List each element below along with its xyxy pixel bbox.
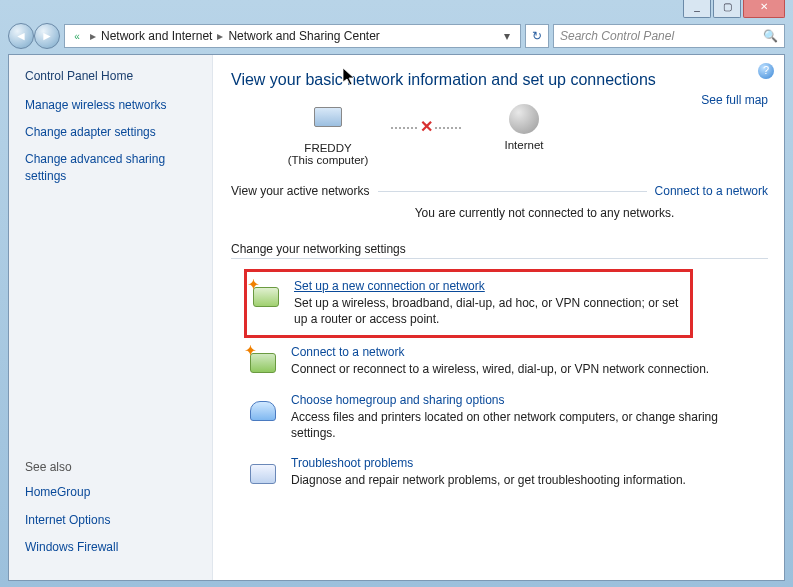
active-networks-row: View your active networks Connect to a n… xyxy=(231,184,768,198)
see-also-homegroup[interactable]: HomeGroup xyxy=(25,484,196,500)
search-input[interactable]: Search Control Panel 🔍 xyxy=(553,24,785,48)
content-area: Control Panel Home Manage wireless netwo… xyxy=(8,54,785,581)
page-title: View your basic network information and … xyxy=(231,71,768,89)
control-panel-home-link[interactable]: Control Panel Home xyxy=(25,69,196,83)
sidebar-link-adapter[interactable]: Change adapter settings xyxy=(25,124,196,140)
toolbar: ◄ ► « ▸ Network and Internet ▸ Network a… xyxy=(8,22,785,50)
breadcrumb[interactable]: « ▸ Network and Internet ▸ Network and S… xyxy=(64,24,521,48)
breadcrumb-parent[interactable]: Network and Internet xyxy=(101,29,212,43)
window-controls: _ ▢ ✕ xyxy=(683,0,785,18)
disconnected-icon: ✕ xyxy=(418,117,435,136)
setup-connection-icon: ✦ xyxy=(250,279,282,307)
main-panel: ? View your basic network information an… xyxy=(213,55,784,580)
node1-sub: (This computer) xyxy=(273,154,383,166)
connection-line: ✕ xyxy=(391,117,461,136)
troubleshoot-icon xyxy=(247,456,279,484)
search-icon[interactable]: 🔍 xyxy=(763,29,778,43)
node-internet[interactable]: Internet xyxy=(469,103,579,151)
nav-buttons: ◄ ► xyxy=(8,23,60,49)
see-also-internet-options[interactable]: Internet Options xyxy=(25,512,196,528)
node1-name: FREDDY xyxy=(273,142,383,154)
node2-name: Internet xyxy=(469,139,579,151)
task-homegroup[interactable]: Choose homegroup and sharing options Acc… xyxy=(231,386,768,449)
sidebar-link-wireless[interactable]: Manage wireless networks xyxy=(25,97,196,113)
sidebar: Control Panel Home Manage wireless netwo… xyxy=(9,55,213,580)
task-desc: Diagnose and repair network problems, or… xyxy=(291,472,764,488)
forward-button[interactable]: ► xyxy=(34,23,60,49)
chevron-right-icon: ▸ xyxy=(87,29,99,43)
connect-network-icon: ✦ xyxy=(247,345,279,373)
close-button[interactable]: ✕ xyxy=(743,0,785,18)
change-settings-header: Change your networking settings xyxy=(231,242,768,259)
task-list: ✦ Set up a new connection or network Set… xyxy=(231,269,768,496)
task-troubleshoot[interactable]: Troubleshoot problems Diagnose and repai… xyxy=(231,449,768,496)
connect-to-network-link[interactable]: Connect to a network xyxy=(655,184,768,198)
task-title[interactable]: Connect to a network xyxy=(291,345,764,359)
see-also-firewall[interactable]: Windows Firewall xyxy=(25,539,196,555)
sidebar-link-advanced-sharing[interactable]: Change advanced sharing settings xyxy=(25,151,196,183)
task-title[interactable]: Troubleshoot problems xyxy=(291,456,764,470)
task-desc: Set up a wireless, broadband, dial-up, a… xyxy=(294,295,686,327)
see-full-map-link[interactable]: See full map xyxy=(701,93,768,107)
minimize-button[interactable]: _ xyxy=(683,0,711,18)
homegroup-icon xyxy=(247,393,279,421)
task-connect-network[interactable]: ✦ Connect to a network Connect or reconn… xyxy=(231,338,768,385)
node-this-computer[interactable]: FREDDY (This computer) xyxy=(273,103,383,166)
breadcrumb-current[interactable]: Network and Sharing Center xyxy=(228,29,379,43)
breadcrumb-icon: « xyxy=(69,28,85,44)
search-placeholder: Search Control Panel xyxy=(560,29,674,43)
breadcrumb-dropdown[interactable]: ▾ xyxy=(498,29,516,43)
active-networks-header: View your active networks xyxy=(231,184,370,198)
refresh-button[interactable]: ↻ xyxy=(525,24,549,48)
back-button[interactable]: ◄ xyxy=(8,23,34,49)
maximize-button[interactable]: ▢ xyxy=(713,0,741,18)
help-icon[interactable]: ? xyxy=(758,63,774,79)
computer-icon xyxy=(310,107,346,139)
chevron-right-icon: ▸ xyxy=(214,29,226,43)
network-diagram: FREDDY (This computer) ✕ Internet xyxy=(273,103,768,166)
see-also-header: See also xyxy=(25,460,196,474)
task-desc: Access files and printers located on oth… xyxy=(291,409,764,441)
task-setup-connection[interactable]: ✦ Set up a new connection or network Set… xyxy=(244,269,693,338)
no-connection-text: You are currently not connected to any n… xyxy=(231,206,768,220)
task-title[interactable]: Set up a new connection or network xyxy=(294,279,686,293)
task-desc: Connect or reconnect to a wireless, wire… xyxy=(291,361,764,377)
task-title[interactable]: Choose homegroup and sharing options xyxy=(291,393,764,407)
globe-icon xyxy=(506,104,542,136)
